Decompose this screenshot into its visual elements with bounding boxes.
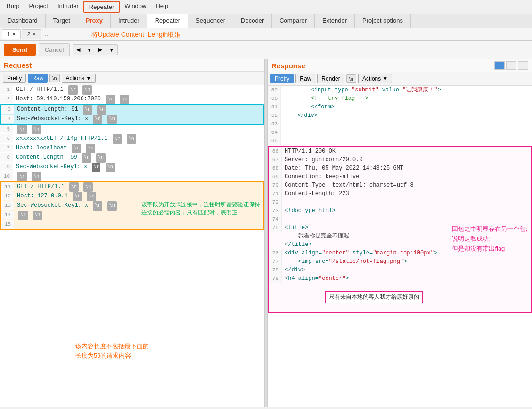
response-actions-btn[interactable]: Actions ▼ (358, 74, 392, 83)
response-line-74: 74 (269, 215, 531, 223)
toolbar: Send Cancel ◀ ▼ ▶ ▼ (0, 41, 532, 59)
request-code-area[interactable]: 1 GET / HTTP/1.1 \r \n 2 Host: 59.110.15… (0, 85, 264, 407)
request-newline-btn[interactable]: \n (49, 74, 59, 82)
nav-buttons: ◀ ▼ ▶ ▼ (73, 44, 118, 55)
menu-bar: Burp Project Intruder Repeater Window He… (0, 0, 532, 14)
request-line-11: 11 GET / HTTP/1.1 \r \n (0, 181, 264, 192)
layout-split-icon[interactable] (494, 61, 505, 70)
send-button[interactable]: Send (4, 44, 36, 56)
tab-repeater[interactable]: Repeater (147, 14, 188, 28)
response-line-76: 76 <div align="center" style="margin-top… (269, 249, 531, 257)
response-line-59: 59 <input type="submit" value="让我康康！"> (268, 86, 532, 94)
layout-horizontal-icon[interactable] (506, 61, 516, 70)
menu-intruder[interactable]: Intruder (53, 1, 83, 13)
response-line-69: 69 Connection: keep-alive (269, 172, 531, 181)
cancel-button[interactable]: Cancel (39, 43, 70, 56)
nav-next-dropdown[interactable]: ▼ (106, 45, 117, 55)
nav-prev-dropdown[interactable]: ▼ (83, 45, 95, 55)
request-line-4: 4 Sec-Websocket-Key1: x \r \n (0, 115, 264, 125)
request-line-1: 1 GET / HTTP/1.1 \r \n (0, 85, 264, 95)
response-line-68: 68 Date: Thu, 05 May 2022 14:43:25 GMT (269, 164, 531, 172)
request-line-5: 5 \r \n (0, 125, 264, 134)
tab-dashboard[interactable]: Dashboard (0, 14, 46, 28)
response-line-66: 66 HTTP/1.1 200 OK (269, 147, 531, 155)
response-line-63: 63 (268, 120, 532, 128)
request-title: Request (4, 61, 32, 69)
response-highlight-text: 只有来自本地的客人我才给康好康的 (325, 291, 423, 303)
response-line-65: 65 (268, 137, 532, 145)
request-line-12: 12 Host: 127.0.0.1 \r \n (0, 192, 264, 201)
request-toolbar: Pretty Raw \n Actions ▼ (0, 72, 264, 85)
response-line-75a: 我看你是完全不懂喔 (269, 232, 531, 240)
response-pretty-btn[interactable]: Pretty (270, 74, 294, 83)
request-panel: Request Pretty Raw \n Actions ▼ 1 GET / … (0, 59, 265, 407)
layout-toggle-group (494, 61, 528, 70)
sub-tab-2[interactable]: 2 × (22, 29, 41, 39)
response-line-75: 75 <title> (269, 223, 531, 232)
request-line-6: 6 xxxxxxxxxGET /fl4g HTTP/1.1 \r \n (0, 134, 264, 144)
actions-chevron-icon: ▼ (86, 75, 91, 82)
menu-help[interactable]: Help (151, 1, 173, 13)
tab-project-options[interactable]: Project options (355, 14, 411, 28)
request-raw-btn[interactable]: Raw (28, 74, 48, 83)
response-line-61: 61 </form> (268, 103, 532, 111)
tab-intruder[interactable]: Intruder (111, 14, 147, 28)
main-tab-bar: Dashboard Target Proxy Intruder Repeater… (0, 14, 532, 28)
request-line-10: 10 \r \n (0, 172, 264, 181)
nav-prev-button[interactable]: ◀ (73, 45, 83, 55)
request-line-2: 2 Host: 59.110.159.206:7020 \r \n (0, 95, 264, 104)
request-line-13: 13 Sec-Websocket-Key1: x \r \n (0, 201, 264, 211)
response-line-64: 64 (268, 128, 532, 137)
response-line-79a: 只有来自本地的客人我才给康好康的 (269, 283, 531, 312)
response-render-btn[interactable]: Render (317, 74, 344, 83)
menu-project[interactable]: Project (24, 1, 52, 13)
sub-tab-1[interactable]: 1 × (2, 29, 21, 39)
response-line-62: 62 </div> (268, 111, 532, 120)
response-line-77: 77 <img src="/static/not-flag.png"> (269, 257, 531, 266)
sub-tab-more[interactable]: ... (42, 30, 53, 39)
main-area: Request Pretty Raw \n Actions ▼ 1 GET / … (0, 59, 532, 407)
response-line-71: 71 Content-Length: 223 (269, 189, 531, 198)
response-newline-btn[interactable]: \n (346, 74, 356, 83)
response-line-79: 79 <h4 align="center"> (269, 274, 531, 283)
request-line-3: 3 Content-Length: 91 \r \n (0, 104, 264, 115)
request-line-15: 15 (0, 220, 264, 230)
response-code-area[interactable]: 59 <input type="submit" value="让我康康！"> 6… (268, 86, 532, 407)
tab-target[interactable]: Target (46, 14, 78, 28)
menu-repeater[interactable]: Repeater (83, 1, 120, 13)
response-title: Response (271, 62, 305, 70)
sub-tab-bar: 1 × 2 × ... 将Update Content_Length取消 (0, 28, 532, 41)
response-actions-chevron-icon: ▼ (382, 75, 388, 82)
response-toolbar: Pretty Raw Render \n Actions ▼ (268, 72, 532, 86)
request-line-9: 9 Sec-Websocket-Key1: x \r \n (0, 163, 264, 172)
response-panel: Response Pretty Raw Render \n Actions ▼ … (268, 59, 532, 407)
request-actions-btn[interactable]: Actions ▼ (62, 74, 96, 83)
request-line-7: 7 Host: localhost \r \n (0, 144, 264, 153)
annotation-update-content: 将Update Content_Length取消 (91, 31, 181, 39)
response-line-78: 78 </div> (269, 266, 531, 274)
nav-next-button[interactable]: ▶ (95, 45, 106, 55)
response-line-67: 67 Server: gunicorn/20.0.0 (269, 155, 531, 164)
response-header-row: Response (268, 59, 532, 72)
response-line-60: 60 <!-- try flag --> (268, 94, 532, 103)
request-line-8: 8 Content-Length: 59 \r \n (0, 153, 264, 163)
menu-burp[interactable]: Burp (2, 1, 24, 13)
response-line-70: 70 Content-Type: text/html; charset=utf-… (269, 181, 531, 189)
layout-single-icon[interactable] (518, 61, 528, 70)
menu-window[interactable]: Window (120, 1, 151, 13)
tab-comparer[interactable]: Comparer (272, 14, 315, 28)
response-pink-block: 66 HTTP/1.1 200 OK 67 Server: gunicorn/2… (268, 146, 532, 313)
tab-sequencer[interactable]: Sequencer (188, 14, 233, 28)
request-pretty-btn[interactable]: Pretty (3, 74, 26, 83)
response-line-75b: </title> (269, 240, 531, 249)
tab-decoder[interactable]: Decoder (233, 14, 272, 28)
request-line-14: 14 \r \n (0, 211, 264, 220)
response-raw-btn[interactable]: Raw (295, 74, 315, 83)
request-header-row: Request (0, 59, 264, 72)
tab-extender[interactable]: Extender (315, 14, 355, 28)
tab-proxy[interactable]: Proxy (78, 14, 111, 28)
response-line-73: 73 <!doctype html> (269, 206, 531, 215)
response-line-72: 72 (269, 198, 531, 206)
